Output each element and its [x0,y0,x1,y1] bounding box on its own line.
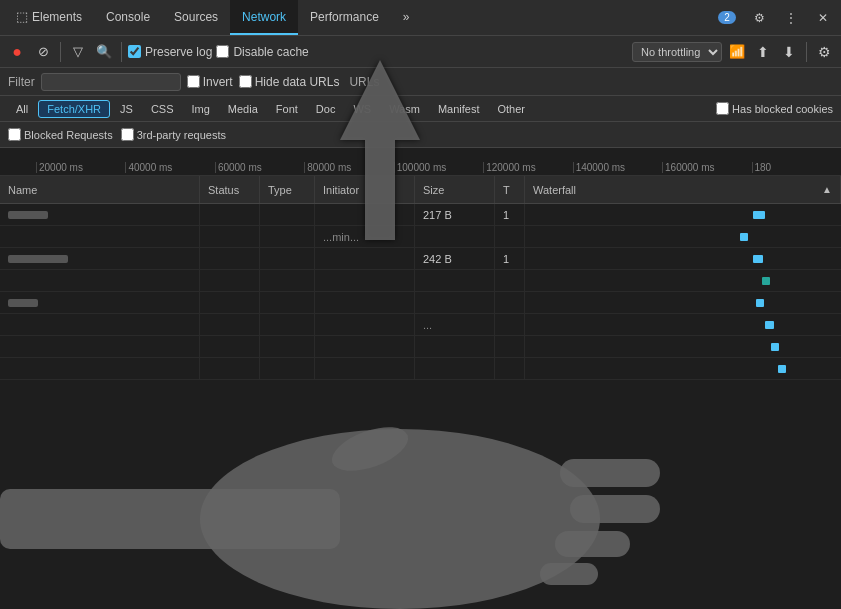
blocked-requests-checkbox[interactable] [8,128,21,141]
devtools-controls: 2 ⚙ ⋮ ✕ [713,4,837,32]
preserve-log-checkbox-label[interactable]: Preserve log [128,45,212,59]
table-row[interactable]: ...min... [0,226,841,248]
invert-checkbox-label[interactable]: Invert [187,75,233,89]
network-toolbar: ● ⊘ ▽ 🔍 Preserve log Disable cache No th… [0,36,841,68]
table-row[interactable] [0,358,841,380]
cell-status [200,248,260,269]
cell-name [0,358,200,379]
cell-waterfall [525,248,841,269]
record-button[interactable]: ● [6,41,28,63]
search-button[interactable]: 🔍 [93,41,115,63]
cell-name [0,248,200,269]
cell-size: 217 B [415,204,495,225]
throttle-select[interactable]: No throttling [632,42,722,62]
type-btn-ws[interactable]: WS [345,101,379,117]
type-btn-fetch-xhr[interactable]: Fetch/XHR [38,100,110,118]
more-button[interactable]: ⋮ [777,4,805,32]
hide-data-checkbox-label[interactable]: Hide data URLs [239,75,340,89]
cursor-icon: ⬚ [16,9,28,24]
settings-gear-button[interactable]: ⚙ [813,41,835,63]
header-t-label: T [503,184,510,196]
tick-180: 180 [752,162,841,173]
type-btn-wasm[interactable]: Wasm [381,101,428,117]
cell-initiator [315,248,415,269]
close-button[interactable]: ✕ [809,4,837,32]
cell-name [0,270,200,291]
table-row[interactable] [0,292,841,314]
tick-100000: 100000 ms [394,162,483,173]
type-btn-js[interactable]: JS [112,101,141,117]
wifi-icon-button[interactable]: 📶 [726,41,748,63]
tab-network[interactable]: Network [230,0,298,35]
tab-sources[interactable]: Sources [162,0,230,35]
cell-type [260,226,315,247]
preserve-log-checkbox[interactable] [128,45,141,58]
close-icon: ✕ [818,11,828,25]
cell-t: 1 [495,248,525,269]
type-btn-css[interactable]: CSS [143,101,182,117]
cell-size [415,292,495,313]
header-type[interactable]: Type [260,176,315,203]
type-btn-img[interactable]: Img [184,101,218,117]
filter-input[interactable] [41,73,181,91]
tick-60000: 60000 ms [215,162,304,173]
extra-filter-bar: Blocked Requests 3rd-party requests [0,122,841,148]
invert-checkbox[interactable] [187,75,200,88]
blocked-cookies-checkbox-label[interactable]: Has blocked cookies [716,102,833,115]
cell-initiator [315,292,415,313]
type-btn-all[interactable]: All [8,101,36,117]
download-icon: ⬇ [783,44,795,60]
header-status[interactable]: Status [200,176,260,203]
clear-button[interactable]: ⊘ [32,41,54,63]
cell-t [495,336,525,357]
tab-elements[interactable]: ⬚ Elements [4,0,94,35]
cell-initiator: ...min... [315,226,415,247]
table-row[interactable] [0,336,841,358]
cell-waterfall [525,358,841,379]
cell-waterfall [525,292,841,313]
devtools-window: ⬚ Elements Console Sources Network Perfo… [0,0,841,609]
tab-performance[interactable]: Performance [298,0,391,35]
tab-network-label: Network [242,10,286,24]
type-btn-font[interactable]: Font [268,101,306,117]
cell-waterfall [525,270,841,291]
type-btn-other[interactable]: Other [489,101,533,117]
tab-console-label: Console [106,10,150,24]
table-row[interactable]: 242 B 1 [0,248,841,270]
table-row[interactable] [0,270,841,292]
cell-size [415,336,495,357]
header-size[interactable]: Size [415,176,495,203]
upload-button[interactable]: ⬆ [752,41,774,63]
table-row[interactable]: 217 B 1 [0,204,841,226]
third-party-checkbox[interactable] [121,128,134,141]
filter-toggle-button[interactable]: ▽ [67,41,89,63]
cell-initiator [315,314,415,335]
type-btn-manifest[interactable]: Manifest [430,101,488,117]
header-t[interactable]: T [495,176,525,203]
header-waterfall-label: Waterfall [533,184,576,196]
tick-140000: 140000 ms [573,162,662,173]
download-button[interactable]: ⬇ [778,41,800,63]
disable-cache-checkbox[interactable] [216,45,229,58]
blocked-cookies-checkbox[interactable] [716,102,729,115]
tab-console[interactable]: Console [94,0,162,35]
hide-data-checkbox[interactable] [239,75,252,88]
type-btn-doc[interactable]: Doc [308,101,344,117]
table-row[interactable]: ... [0,314,841,336]
tab-more[interactable]: » [391,0,422,35]
disable-cache-label: Disable cache [233,45,308,59]
header-initiator[interactable]: Initiator [315,176,415,203]
tab-performance-label: Performance [310,10,379,24]
badge-button[interactable]: 2 [713,4,741,32]
blocked-requests-checkbox-label[interactable]: Blocked Requests [8,128,113,141]
third-party-checkbox-label[interactable]: 3rd-party requests [121,128,226,141]
header-waterfall[interactable]: Waterfall ▲ [525,176,841,203]
type-btn-media[interactable]: Media [220,101,266,117]
upload-icon: ⬆ [757,44,769,60]
separator [60,42,61,62]
cell-size [415,358,495,379]
sort-arrow-icon: ▲ [822,184,832,195]
disable-cache-checkbox-label[interactable]: Disable cache [216,45,308,59]
header-name[interactable]: Name [0,176,200,203]
settings-button[interactable]: ⚙ [745,4,773,32]
